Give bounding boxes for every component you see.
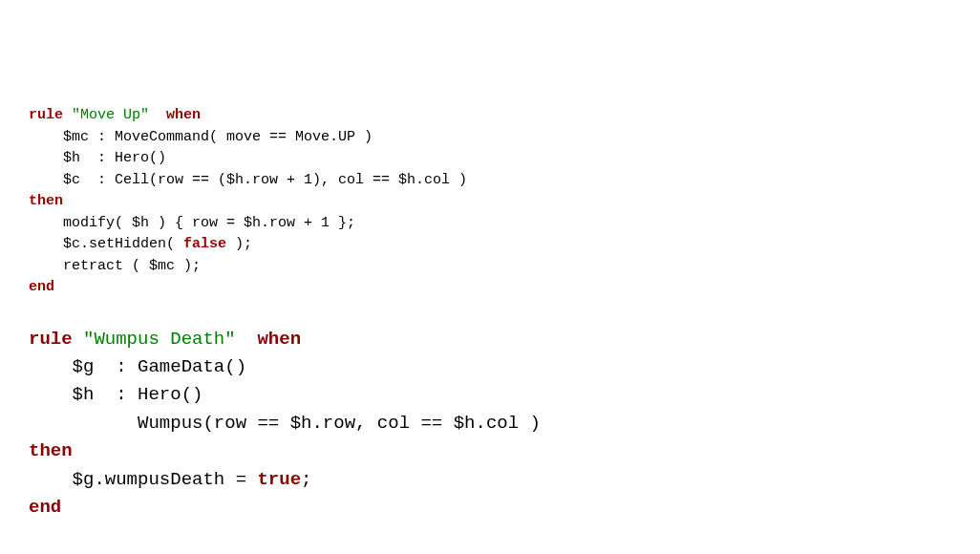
keyword-end: end	[29, 497, 61, 518]
rule-name: "Move Up"	[72, 107, 149, 123]
space	[63, 107, 72, 123]
space	[149, 107, 166, 123]
keyword-false: false	[183, 236, 226, 252]
code-line: $h : Hero()	[29, 150, 166, 166]
keyword-when: when	[166, 107, 201, 123]
literal: 1	[321, 215, 330, 231]
code-line: };	[330, 215, 355, 231]
code-line: $g.wumpusDeath =	[29, 469, 257, 490]
rule-name: "Wumpus Death"	[83, 329, 236, 350]
keyword-then: then	[29, 440, 73, 461]
code-block-2: rule "Wumpus Death" when $g : GameData()…	[29, 326, 951, 522]
code-line: $mc : MoveCommand( move == Move.UP )	[29, 129, 373, 145]
space	[73, 329, 83, 350]
keyword-rule: rule	[29, 107, 63, 123]
code-line: );	[226, 236, 252, 252]
keyword-when: when	[257, 329, 301, 350]
code-line: retract ( $mc );	[29, 258, 201, 274]
code-line: ;	[301, 469, 311, 490]
code-line: $c.setHidden(	[29, 236, 183, 252]
code-line: modify( $h ) { row = $h.row +	[29, 215, 321, 231]
keyword-end: end	[29, 279, 54, 295]
space	[236, 329, 258, 350]
keyword-true: true	[257, 469, 301, 490]
code-line: $h : Hero()	[29, 384, 202, 405]
code-block-1: rule "Move Up" when $mc : MoveCommand( m…	[29, 105, 951, 299]
code-line: $g : GameData()	[29, 356, 246, 377]
keyword-then: then	[29, 193, 63, 209]
keyword-rule: rule	[29, 329, 73, 350]
code-line: Wumpus(row == $h.row, col == $h.col )	[29, 413, 541, 434]
code-line: $c : Cell(row == ($h.row + 1), col == $h…	[29, 172, 467, 188]
